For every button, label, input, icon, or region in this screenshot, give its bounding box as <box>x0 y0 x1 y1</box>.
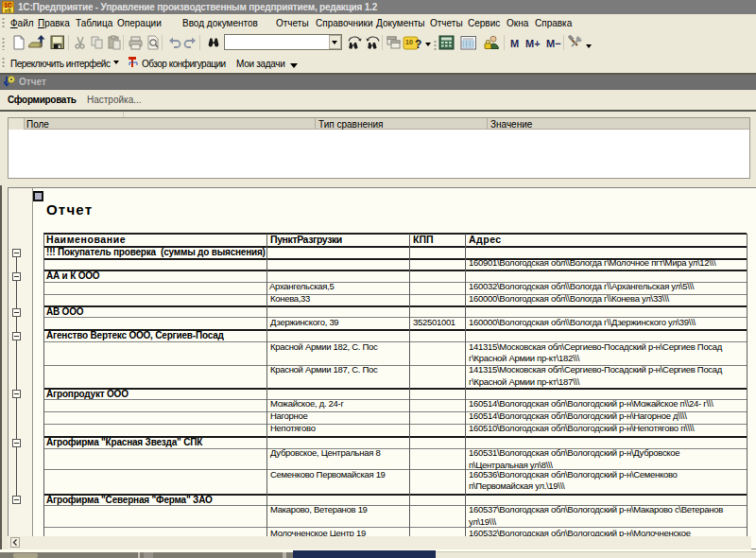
svg-text:v8: v8 <box>5 8 11 13</box>
svg-text:?: ? <box>415 38 421 51</box>
svg-text:10: 10 <box>405 39 413 45</box>
